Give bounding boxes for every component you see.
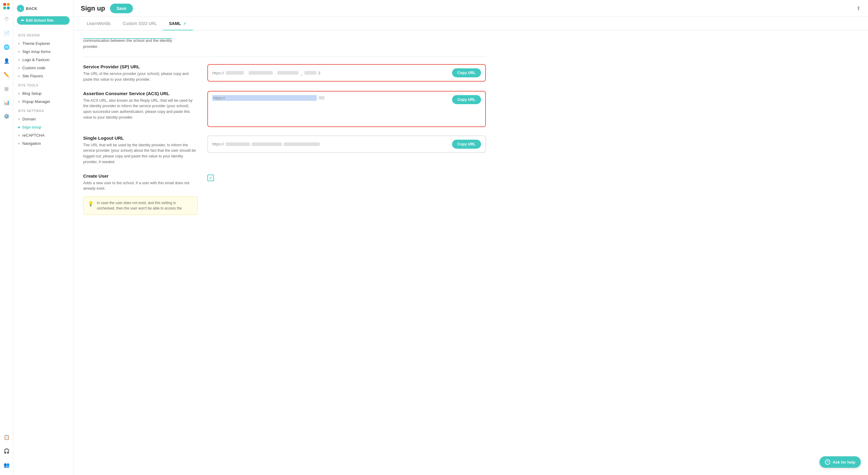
settings-icon[interactable]: ⚙️ (2, 112, 11, 121)
pages-icon[interactable]: 📄 (2, 29, 11, 37)
sidebar: ‹ BACK ✏ Edit School Site SITE DESIGN Th… (13, 0, 73, 475)
top-bar-right: ⬆ (856, 5, 861, 12)
sidebar-item-label: Theme Explorer (22, 41, 50, 46)
back-icon: ‹ (17, 5, 24, 12)
tab-label: LearnWorlds (87, 21, 111, 26)
dot-icon (18, 101, 20, 103)
back-button[interactable]: ‹ BACK (17, 5, 70, 12)
dot-icon (18, 143, 20, 144)
tab-check-icon: ✓ (183, 21, 187, 26)
url-dot: . (246, 71, 247, 75)
acs-url-description: The ACS URL, also known as the Reply URL… (83, 98, 198, 121)
ask-help-button[interactable]: ? Ask for help (819, 456, 861, 468)
clipboard-icon[interactable]: 📋 (2, 433, 11, 441)
sidebar-item-label: Domain (22, 117, 36, 121)
sidebar-item-label: Popup Manager (22, 99, 50, 104)
create-user-field-col: ✓ (207, 173, 486, 181)
acs-url-title: Assertion Consumer Service (ACS) URL (83, 91, 198, 96)
logout-url-blur-1 (226, 142, 250, 146)
acs-url-field-col: https:// Copy URL (207, 91, 486, 127)
sidebar-item-blog-setup[interactable]: Blog Setup (13, 90, 73, 98)
tab-label: Custom SSO URL (123, 21, 157, 26)
sidebar-item-label: Sign in/up forms (22, 49, 51, 54)
sidebar-item-navigation[interactable]: Navigation (13, 139, 73, 147)
app-logo[interactable] (3, 3, 10, 10)
sidebar-item-label: Site Flavors (22, 74, 43, 78)
edit-school-button[interactable]: ✏ Edit School Site (17, 16, 70, 25)
tab-custom-sso-url[interactable]: Custom SSO URL (117, 17, 163, 30)
sidebar-item-label: Navigation (22, 141, 41, 146)
logout-url-section: Single Logout URL The URL that will be u… (83, 135, 486, 165)
logout-url-field-col: https:// Copy URL (207, 135, 486, 153)
logout-url-label-col: Single Logout URL The URL that will be u… (83, 135, 198, 165)
sidebar-item-domain[interactable]: Domain (13, 115, 73, 123)
sidebar-item-site-flavors[interactable]: Site Flavors (13, 72, 73, 80)
create-user-checkbox-wrap: ✓ (207, 173, 486, 181)
url-blur-3 (277, 71, 299, 75)
sp-url-value: https:// . . _ 3 (212, 71, 448, 75)
history-icon[interactable]: ⏱ (2, 15, 11, 24)
site-tools-section-label: SITE TOOLS (13, 84, 73, 87)
dot-icon (18, 93, 20, 95)
main-content: communication between the school and the… (73, 30, 495, 229)
sidebar-item-recaptcha[interactable]: reCAPTCHA (13, 131, 73, 139)
group-icon[interactable]: 👥 (2, 461, 11, 469)
dot-icon (18, 67, 20, 69)
create-user-section: Create User Adds a new user to the schoo… (83, 173, 486, 215)
info-text: In case the user does not exist, and thi… (97, 200, 193, 211)
logout-url-blur-2 (252, 142, 282, 146)
chart-icon[interactable]: 📊 (2, 98, 11, 107)
sp-url-box: https:// . . _ 3 Copy URL (207, 64, 486, 81)
acs-copy-url-button[interactable]: Copy URL (452, 95, 481, 104)
layout-icon[interactable]: ▦ (2, 84, 11, 93)
sidebar-item-logo-favicon[interactable]: Logo & Favicon (13, 56, 73, 64)
acs-url-section: Assertion Consumer Service (ACS) URL The… (83, 91, 486, 127)
sidebar-item-theme-explorer[interactable]: Theme Explorer (13, 39, 73, 47)
sidebar-item-label: Logo & Favicon (22, 58, 50, 62)
edit-icon[interactable]: ✏️ (2, 70, 11, 79)
acs-url-selected: https:// (212, 95, 317, 101)
globe-icon[interactable]: 🌐 (2, 43, 11, 51)
url-blur-4 (304, 71, 316, 75)
logout-copy-url-button[interactable]: Copy URL (452, 140, 481, 149)
tab-learnworlds[interactable]: LearnWorlds (81, 17, 117, 30)
sidebar-item-custom-code[interactable]: Custom code (13, 64, 73, 72)
intro-text: communication between the school and the… (83, 38, 279, 49)
dot-icon (18, 75, 20, 77)
dot-icon (18, 51, 20, 53)
logout-url-value: https:// (212, 142, 448, 146)
dot-icon (18, 43, 20, 44)
sp-url-field-col: https:// . . _ 3 Copy URL (207, 64, 486, 81)
pencil-icon: ✏ (21, 19, 24, 23)
sidebar-item-popup-manager[interactable]: Popup Manager (13, 98, 73, 106)
page-title: Sign up (81, 4, 105, 12)
acs-url-value: https:// (212, 95, 448, 101)
create-user-title: Create User (83, 173, 198, 178)
sp-copy-url-button[interactable]: Copy URL (452, 68, 481, 77)
site-design-section-label: SITE DESIGN (13, 34, 73, 37)
sidebar-item-label: Sign in/up (22, 125, 41, 129)
tabs: LearnWorlds Custom SSO URL SAML ✓ (73, 17, 868, 30)
content-area: LearnWorlds Custom SSO URL SAML ✓ commun… (73, 17, 868, 475)
top-bar: Sign up Save ⬆ (73, 0, 868, 17)
sp-url-section: Service Provider (SP) URL The URL of the… (83, 64, 486, 82)
users-icon[interactable]: 👤 (2, 57, 11, 65)
dot-icon (18, 135, 20, 136)
sidebar-item-sign-in-forms[interactable]: Sign in/up forms (13, 47, 73, 56)
logout-url-description: The URL that will be used by the identit… (83, 142, 198, 165)
headset-icon[interactable]: 🎧 (2, 447, 11, 455)
logout-url-prefix: https:// (212, 142, 224, 146)
tab-label: SAML (169, 21, 181, 26)
tab-saml[interactable]: SAML ✓ (163, 17, 193, 30)
sidebar-item-label: Custom code (22, 66, 45, 70)
acs-url-box: https:// Copy URL (207, 91, 486, 127)
create-user-checkbox[interactable]: ✓ (207, 175, 214, 181)
site-settings-section-label: SITE SETTINGS (13, 109, 73, 112)
export-icon[interactable]: ⬆ (856, 5, 861, 12)
create-user-label-col: Create User Adds a new user to the schoo… (83, 173, 198, 215)
divider (83, 57, 486, 57)
sidebar-item-sign-in-up[interactable]: Sign in/up (13, 123, 73, 131)
ask-help-label: Ask for help (833, 460, 855, 465)
save-button[interactable]: Save (110, 4, 133, 13)
check-mark-icon: ✓ (209, 175, 213, 180)
